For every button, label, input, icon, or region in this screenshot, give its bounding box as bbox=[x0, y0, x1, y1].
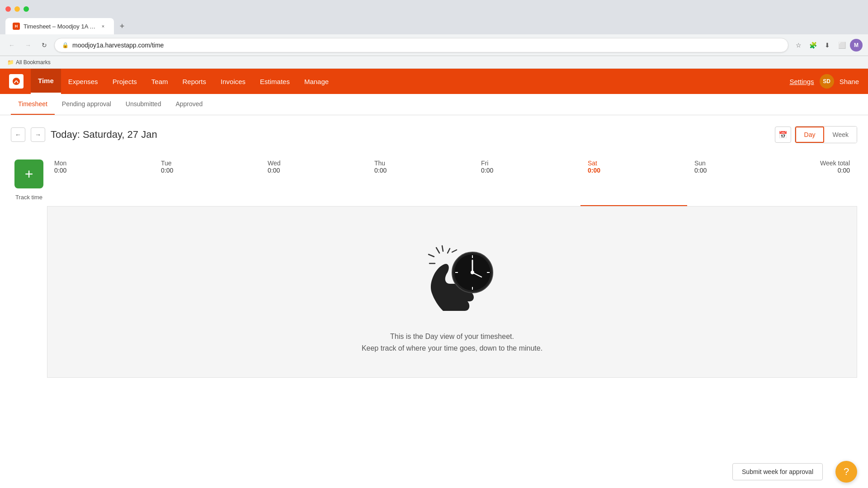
day-name-wed: Wed bbox=[268, 160, 360, 167]
nav-item-expenses[interactable]: Expenses bbox=[61, 69, 105, 94]
week-total: Week total 0:00 bbox=[794, 154, 857, 206]
prev-date-button[interactable]: ← bbox=[11, 127, 25, 142]
extensions-icon[interactable]: 🧩 bbox=[807, 39, 819, 52]
svg-line-4 bbox=[442, 246, 443, 251]
window-close-btn[interactable] bbox=[5, 6, 11, 12]
days-header: Mon 0:00 Tue 0:00 Wed 0:00 Thu 0:00 Fri bbox=[47, 154, 794, 206]
url-text: moodjoy1a.harvestapp.com/time bbox=[72, 42, 164, 49]
tab-favicon: H bbox=[13, 23, 20, 30]
tab-close-icon[interactable]: × bbox=[99, 23, 107, 30]
browser-titlebar bbox=[0, 0, 868, 18]
week-total-hours: 0:00 bbox=[801, 167, 850, 174]
day-hours-sun: 0:00 bbox=[694, 167, 787, 174]
date-title: Today: Saturday, 27 Jan bbox=[51, 129, 157, 141]
day-col-fri[interactable]: Fri 0:00 bbox=[474, 154, 580, 206]
today-prefix: Today: bbox=[51, 129, 83, 140]
bookmarks-label[interactable]: All Bookmarks bbox=[16, 59, 51, 66]
empty-line1: This is the Day view of your timesheet. bbox=[362, 331, 542, 343]
clock-hand-svg bbox=[407, 230, 497, 320]
back-button[interactable]: ← bbox=[5, 39, 18, 52]
harvest-logo-icon bbox=[12, 77, 21, 86]
day-hours-tue: 0:00 bbox=[161, 167, 253, 174]
submit-week-button[interactable]: Submit week for approval bbox=[732, 463, 823, 480]
new-tab-button[interactable]: + bbox=[116, 20, 128, 33]
forward-button[interactable]: → bbox=[22, 39, 34, 52]
browser-tab-active[interactable]: H Timesheet – Moodjoy 1A – Ha… × bbox=[5, 18, 114, 34]
day-hours-fri: 0:00 bbox=[481, 167, 573, 174]
week-section: + Track time Mon 0:00 Tue 0:00 Wed 0:00 bbox=[11, 154, 857, 206]
nav-item-time[interactable]: Time bbox=[31, 69, 61, 94]
day-name-mon: Mon bbox=[54, 160, 146, 167]
day-col-wed[interactable]: Wed 0:00 bbox=[260, 154, 367, 206]
nav-item-reports[interactable]: Reports bbox=[175, 69, 214, 94]
nav-item-estimates[interactable]: Estimates bbox=[253, 69, 297, 94]
svg-point-11 bbox=[471, 271, 474, 274]
browser-tab-bar: H Timesheet – Moodjoy 1A – Ha… × + bbox=[0, 18, 868, 34]
settings-link[interactable]: Settings bbox=[789, 78, 814, 85]
app-container: Time Expenses Projects Team Reports Invo… bbox=[0, 69, 868, 488]
week-total-label: Week total bbox=[801, 160, 850, 167]
subnav-timesheet[interactable]: Timesheet bbox=[11, 94, 55, 115]
browser-chrome: H Timesheet – Moodjoy 1A – Ha… × + ← → ↻… bbox=[0, 0, 868, 69]
date-nav: ← → Today: Saturday, 27 Jan 📅 Day Week bbox=[11, 126, 857, 143]
app-nav: Time Expenses Projects Team Reports Invo… bbox=[0, 69, 868, 94]
add-time-button[interactable]: + bbox=[14, 160, 43, 188]
day-col-sat[interactable]: Sat 0:00 bbox=[580, 154, 687, 206]
address-bar[interactable]: 🔒 moodjoy1a.harvestapp.com/time bbox=[54, 38, 788, 52]
week-view-button[interactable]: Week bbox=[824, 127, 857, 143]
bookmarks-bar: 📁 All Bookmarks bbox=[0, 56, 868, 69]
nav-item-projects[interactable]: Projects bbox=[105, 69, 144, 94]
empty-line2: Keep track of where your time goes, down… bbox=[362, 343, 542, 354]
lock-icon: 🔒 bbox=[62, 42, 69, 48]
bookmark-icon[interactable]: ☆ bbox=[792, 39, 805, 52]
day-name-sun: Sun bbox=[694, 160, 787, 167]
browser-profile-button[interactable]: M bbox=[850, 39, 863, 52]
day-hours-sat: 0:00 bbox=[588, 167, 680, 174]
window-minimize-btn[interactable] bbox=[14, 6, 20, 12]
day-name-sat: Sat bbox=[588, 160, 680, 167]
track-time-area: + Track time bbox=[11, 154, 47, 206]
empty-state-area: This is the Day view of your timesheet. … bbox=[47, 206, 857, 378]
day-col-sun[interactable]: Sun 0:00 bbox=[687, 154, 794, 206]
browser-toolbar: ← → ↻ 🔒 moodjoy1a.harvestapp.com/time ☆ … bbox=[0, 34, 868, 56]
window-maximize-btn[interactable] bbox=[24, 6, 29, 12]
day-col-thu[interactable]: Thu 0:00 bbox=[367, 154, 474, 206]
subnav-approved[interactable]: Approved bbox=[168, 94, 210, 115]
svg-line-2 bbox=[429, 254, 434, 257]
svg-line-5 bbox=[448, 249, 450, 253]
nav-item-manage[interactable]: Manage bbox=[297, 69, 336, 94]
help-button[interactable]: ? bbox=[835, 461, 857, 483]
day-hours-mon: 0:00 bbox=[54, 167, 146, 174]
day-name-tue: Tue bbox=[161, 160, 253, 167]
user-avatar: SD bbox=[820, 74, 834, 89]
day-col-mon[interactable]: Mon 0:00 bbox=[47, 154, 154, 206]
user-name[interactable]: Shane bbox=[840, 78, 859, 85]
subnav-pending[interactable]: Pending approval bbox=[55, 94, 118, 115]
subnav-unsubmitted[interactable]: Unsubmitted bbox=[118, 94, 169, 115]
svg-line-1 bbox=[436, 248, 439, 253]
day-hours-thu: 0:00 bbox=[374, 167, 467, 174]
day-name-fri: Fri bbox=[481, 160, 573, 167]
track-time-label: Track time bbox=[15, 194, 42, 201]
nav-item-team[interactable]: Team bbox=[144, 69, 175, 94]
nav-items: Time Expenses Projects Team Reports Invo… bbox=[31, 69, 789, 94]
next-date-button[interactable]: → bbox=[31, 127, 45, 142]
svg-line-6 bbox=[452, 250, 457, 252]
cast-icon[interactable]: ⬜ bbox=[835, 39, 848, 52]
download-icon[interactable]: ⬇ bbox=[821, 39, 834, 52]
nav-item-invoices[interactable]: Invoices bbox=[213, 69, 253, 94]
timesheet-illustration bbox=[407, 230, 497, 320]
toolbar-icons: ☆ 🧩 ⬇ ⬜ M bbox=[792, 39, 863, 52]
day-col-tue[interactable]: Tue 0:00 bbox=[154, 154, 260, 206]
calendar-picker-button[interactable]: 📅 bbox=[775, 127, 791, 143]
refresh-button[interactable]: ↻ bbox=[38, 39, 51, 52]
empty-state-text: This is the Day view of your timesheet. … bbox=[362, 331, 542, 354]
nav-right: Settings SD Shane bbox=[789, 74, 859, 89]
view-controls: 📅 Day Week bbox=[775, 126, 857, 143]
day-view-button[interactable]: Day bbox=[795, 127, 825, 143]
app-logo bbox=[9, 74, 24, 89]
view-toggle: Day Week bbox=[795, 126, 857, 143]
day-hours-wed: 0:00 bbox=[268, 167, 360, 174]
current-date: Saturday, 27 Jan bbox=[83, 129, 157, 140]
main-content: ← → Today: Saturday, 27 Jan 📅 Day Week +… bbox=[0, 115, 868, 389]
